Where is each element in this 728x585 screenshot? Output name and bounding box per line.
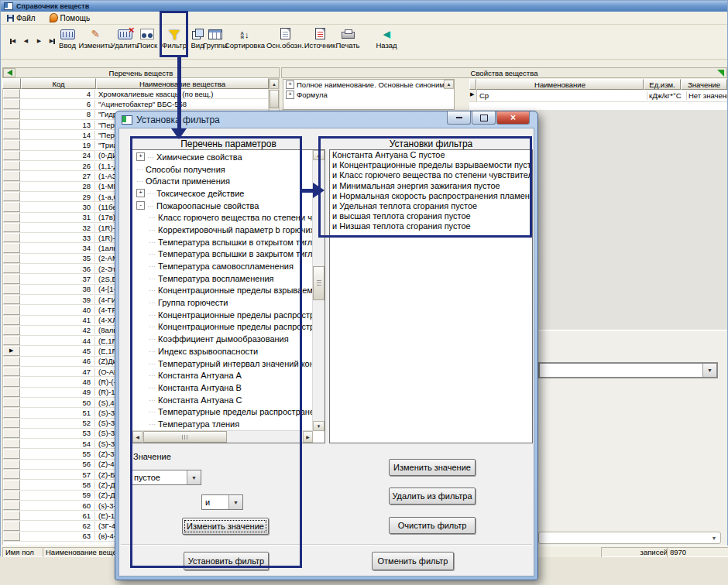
scroll-thumb[interactable] [270,90,279,108]
row-code: 63 [20,532,95,540]
cancel-filter-button[interactable]: Отменить фильтр [372,552,454,570]
row-name: Хромокалиевые квасцы (по вещ.) [95,89,269,98]
row-code: 33 [20,234,95,242]
prop-name-cell: Ср [477,91,647,100]
designation-icon [280,28,290,39]
table-row[interactable]: 4 Хромокалиевые квасцы (по вещ.) [3,89,269,99]
row-code: 35 [20,254,95,262]
row-code: 45 [20,347,95,355]
tree-scroll-up-button[interactable]: ▲ [444,80,454,89]
nav-first-button[interactable]: ◀ [7,36,19,46]
row-code: 26 [20,162,95,170]
name-column-header: Наименование вещества [96,78,269,89]
row-indicator [3,346,20,355]
remove-from-filter-button[interactable]: Удалить из фильтра [389,488,476,505]
row-indicator [3,110,20,119]
row-indicator [3,264,20,273]
property-row[interactable]: Ср кДж/кг*°С Нет значения [469,90,727,102]
property-value-combobox[interactable]: ▼ [538,362,718,378]
substances-panel-title: Перечень веществ [109,69,173,77]
tree-item-fullname[interactable]: + Полное наименование. Основные синонимы… [283,80,454,90]
expand-plus-icon[interactable]: + [286,91,294,99]
collapse-left-button[interactable] [3,68,15,77]
row-indicator [3,511,20,520]
row-code: 44 [20,337,95,345]
toolbar-source-button[interactable]: Источник [302,27,338,58]
toolbar-search-label: Поиск [137,41,157,50]
row-indicator [3,357,20,366]
input-icon [60,29,75,39]
window-title: Справочник веществ [16,2,89,10]
view-icon [192,31,201,39]
properties-tree: + Полное наименование. Основные синонимы… [283,79,455,110]
status-records-count: 8970 [667,547,728,557]
row-code: 34 [20,244,95,252]
scroll-right-button[interactable]: ▶ [303,431,313,443]
menu-file[interactable]: Файл [5,13,38,23]
menu-help[interactable]: Помощь [47,12,93,23]
tree-item-label: Формула [297,91,328,99]
first-bar-icon [10,39,12,44]
row-code: 8 [20,110,95,118]
menu-file-label: Файл [16,14,36,22]
clear-filter-button[interactable]: Очистить фильтр [389,517,476,534]
prop-value-header: Значение [681,79,727,90]
search-icon [140,29,154,39]
dropdown-arrow-icon[interactable]: ▼ [708,532,720,543]
annotation-params-box [130,136,302,568]
edit-icon: ✎ [91,29,100,39]
row-indicator [3,161,20,170]
row-code: 39 [20,296,95,304]
row-indicator [3,182,20,191]
row-code: 19 [20,141,95,149]
toolbar-sort-label: Сортировка [225,41,265,50]
row-code: 6 [20,100,95,108]
row-indicator [3,367,20,376]
toolbar-sort-button[interactable]: АЯ↓ Сортировка [223,27,266,58]
substances-panel-header: Перечень веществ [2,67,280,78]
scroll-down-button[interactable]: ▼ [313,421,325,431]
row-code: 30 [20,203,95,211]
nav-next-button[interactable]: ▶ [33,36,45,46]
row-code: 50 [20,399,95,407]
row-indicator [3,130,20,139]
dropdown-arrow-icon[interactable]: ▼ [702,364,716,377]
nav-prev-button[interactable]: ◀ [20,36,32,46]
row-code: 32 [20,224,95,232]
row-indicator [3,532,20,541]
row-code: 51 [20,409,95,417]
row-indicator [3,120,20,129]
dialog-title-bar: Установка фильтра [122,115,220,125]
maximize-button[interactable] [472,111,496,125]
back-icon: ◀ [383,29,390,39]
scroll-up-button[interactable]: ▲ [270,79,279,89]
expand-plus-icon[interactable]: + [286,80,294,89]
row-code: 14 [20,131,95,139]
toolbar-search-button[interactable]: Поиск [134,27,160,58]
status-records-label: записей [601,547,671,557]
print-icon [342,32,355,39]
toolbar-back-button[interactable]: ◀ Назад [373,27,400,58]
toolbar-input-label: Ввод [59,41,76,50]
row-indicator [3,243,20,252]
delete-icon [118,29,132,39]
minimize-button[interactable] [447,111,471,125]
toolbar-designation-label: Осн.обозн. [266,41,304,50]
row-indicator [3,305,20,314]
row-indicator [3,491,20,500]
minimize-icon [456,117,462,118]
row-indicator [3,470,20,479]
lower-combobox[interactable]: ▼ [538,532,721,544]
green-corner-icon [717,70,724,77]
toolbar-designation-button[interactable]: Осн.обозн. [265,27,305,58]
row-code: 38 [20,285,95,293]
table-row[interactable]: 6 "Ацинетобактер" ВБС-568 [3,99,269,109]
toolbar-input-button[interactable]: Ввод [56,27,79,58]
close-button[interactable]: × [496,111,530,125]
source-icon [315,28,325,39]
row-code: 13 [20,121,95,129]
toolbar-print-button[interactable]: Печать [334,27,362,58]
change-value-button[interactable]: Изменить значение [389,459,476,476]
scroll-thumb[interactable] [313,266,325,300]
tree-item-formula[interactable]: + Формула [283,90,454,100]
